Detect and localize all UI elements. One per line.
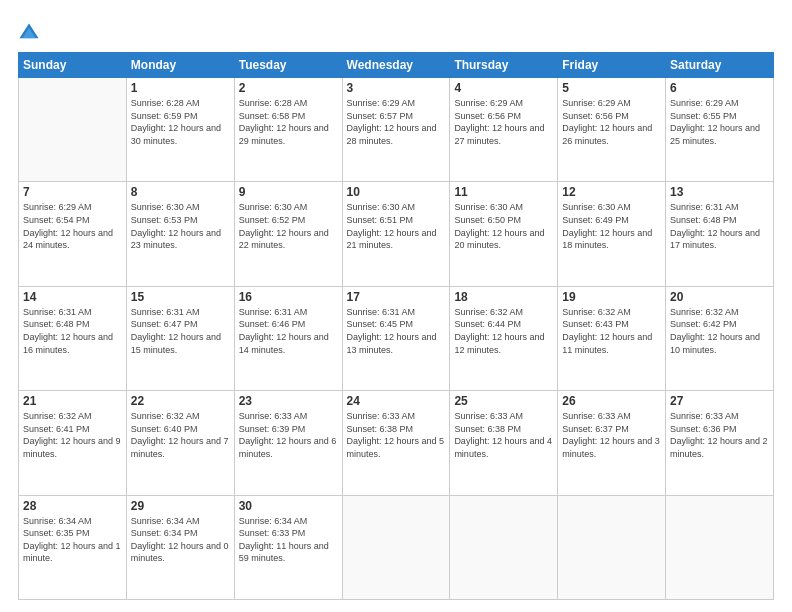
calendar-cell: 14Sunrise: 6:31 AMSunset: 6:48 PMDayligh… — [19, 286, 127, 390]
day-info: Sunrise: 6:33 AMSunset: 6:36 PMDaylight:… — [670, 410, 769, 460]
day-number: 27 — [670, 394, 769, 408]
calendar-cell: 28Sunrise: 6:34 AMSunset: 6:35 PMDayligh… — [19, 495, 127, 599]
day-info: Sunrise: 6:31 AMSunset: 6:48 PMDaylight:… — [23, 306, 122, 356]
day-info: Sunrise: 6:29 AMSunset: 6:57 PMDaylight:… — [347, 97, 446, 147]
day-info: Sunrise: 6:29 AMSunset: 6:56 PMDaylight:… — [562, 97, 661, 147]
calendar-cell: 4Sunrise: 6:29 AMSunset: 6:56 PMDaylight… — [450, 78, 558, 182]
day-number: 19 — [562, 290, 661, 304]
day-number: 23 — [239, 394, 338, 408]
calendar-cell: 18Sunrise: 6:32 AMSunset: 6:44 PMDayligh… — [450, 286, 558, 390]
day-number: 17 — [347, 290, 446, 304]
day-info: Sunrise: 6:28 AMSunset: 6:58 PMDaylight:… — [239, 97, 338, 147]
calendar-cell — [558, 495, 666, 599]
day-number: 11 — [454, 185, 553, 199]
day-header-thursday: Thursday — [450, 53, 558, 78]
day-info: Sunrise: 6:31 AMSunset: 6:48 PMDaylight:… — [670, 201, 769, 251]
day-number: 22 — [131, 394, 230, 408]
calendar-cell: 11Sunrise: 6:30 AMSunset: 6:50 PMDayligh… — [450, 182, 558, 286]
calendar-cell: 3Sunrise: 6:29 AMSunset: 6:57 PMDaylight… — [342, 78, 450, 182]
calendar-cell: 10Sunrise: 6:30 AMSunset: 6:51 PMDayligh… — [342, 182, 450, 286]
day-header-tuesday: Tuesday — [234, 53, 342, 78]
day-info: Sunrise: 6:30 AMSunset: 6:49 PMDaylight:… — [562, 201, 661, 251]
calendar-cell: 16Sunrise: 6:31 AMSunset: 6:46 PMDayligh… — [234, 286, 342, 390]
day-header-saturday: Saturday — [666, 53, 774, 78]
calendar-cell: 25Sunrise: 6:33 AMSunset: 6:38 PMDayligh… — [450, 391, 558, 495]
calendar-cell: 7Sunrise: 6:29 AMSunset: 6:54 PMDaylight… — [19, 182, 127, 286]
day-info: Sunrise: 6:30 AMSunset: 6:52 PMDaylight:… — [239, 201, 338, 251]
calendar-week-3: 21Sunrise: 6:32 AMSunset: 6:41 PMDayligh… — [19, 391, 774, 495]
day-number: 28 — [23, 499, 122, 513]
day-number: 6 — [670, 81, 769, 95]
day-number: 20 — [670, 290, 769, 304]
calendar-cell: 24Sunrise: 6:33 AMSunset: 6:38 PMDayligh… — [342, 391, 450, 495]
day-number: 18 — [454, 290, 553, 304]
day-info: Sunrise: 6:30 AMSunset: 6:50 PMDaylight:… — [454, 201, 553, 251]
calendar-cell: 17Sunrise: 6:31 AMSunset: 6:45 PMDayligh… — [342, 286, 450, 390]
day-info: Sunrise: 6:34 AMSunset: 6:33 PMDaylight:… — [239, 515, 338, 565]
calendar-cell: 6Sunrise: 6:29 AMSunset: 6:55 PMDaylight… — [666, 78, 774, 182]
day-number: 16 — [239, 290, 338, 304]
calendar-cell: 1Sunrise: 6:28 AMSunset: 6:59 PMDaylight… — [126, 78, 234, 182]
day-number: 30 — [239, 499, 338, 513]
day-header-friday: Friday — [558, 53, 666, 78]
calendar-cell: 26Sunrise: 6:33 AMSunset: 6:37 PMDayligh… — [558, 391, 666, 495]
calendar-cell: 9Sunrise: 6:30 AMSunset: 6:52 PMDaylight… — [234, 182, 342, 286]
day-info: Sunrise: 6:33 AMSunset: 6:37 PMDaylight:… — [562, 410, 661, 460]
day-number: 2 — [239, 81, 338, 95]
calendar-cell — [19, 78, 127, 182]
calendar-cell: 2Sunrise: 6:28 AMSunset: 6:58 PMDaylight… — [234, 78, 342, 182]
day-info: Sunrise: 6:32 AMSunset: 6:40 PMDaylight:… — [131, 410, 230, 460]
day-info: Sunrise: 6:28 AMSunset: 6:59 PMDaylight:… — [131, 97, 230, 147]
day-number: 15 — [131, 290, 230, 304]
day-info: Sunrise: 6:29 AMSunset: 6:55 PMDaylight:… — [670, 97, 769, 147]
calendar-cell: 8Sunrise: 6:30 AMSunset: 6:53 PMDaylight… — [126, 182, 234, 286]
day-info: Sunrise: 6:32 AMSunset: 6:42 PMDaylight:… — [670, 306, 769, 356]
day-number: 3 — [347, 81, 446, 95]
day-header-monday: Monday — [126, 53, 234, 78]
calendar-week-4: 28Sunrise: 6:34 AMSunset: 6:35 PMDayligh… — [19, 495, 774, 599]
logo — [18, 22, 44, 44]
calendar-cell — [450, 495, 558, 599]
day-info: Sunrise: 6:32 AMSunset: 6:41 PMDaylight:… — [23, 410, 122, 460]
day-number: 13 — [670, 185, 769, 199]
day-number: 8 — [131, 185, 230, 199]
day-number: 10 — [347, 185, 446, 199]
calendar-cell: 23Sunrise: 6:33 AMSunset: 6:39 PMDayligh… — [234, 391, 342, 495]
day-info: Sunrise: 6:33 AMSunset: 6:39 PMDaylight:… — [239, 410, 338, 460]
header — [18, 18, 774, 44]
calendar-cell: 19Sunrise: 6:32 AMSunset: 6:43 PMDayligh… — [558, 286, 666, 390]
day-info: Sunrise: 6:33 AMSunset: 6:38 PMDaylight:… — [347, 410, 446, 460]
day-number: 14 — [23, 290, 122, 304]
day-info: Sunrise: 6:29 AMSunset: 6:54 PMDaylight:… — [23, 201, 122, 251]
day-info: Sunrise: 6:31 AMSunset: 6:46 PMDaylight:… — [239, 306, 338, 356]
day-number: 9 — [239, 185, 338, 199]
calendar-table: SundayMondayTuesdayWednesdayThursdayFrid… — [18, 52, 774, 600]
calendar-cell — [342, 495, 450, 599]
day-number: 4 — [454, 81, 553, 95]
day-info: Sunrise: 6:29 AMSunset: 6:56 PMDaylight:… — [454, 97, 553, 147]
day-info: Sunrise: 6:30 AMSunset: 6:51 PMDaylight:… — [347, 201, 446, 251]
day-info: Sunrise: 6:33 AMSunset: 6:38 PMDaylight:… — [454, 410, 553, 460]
page: SundayMondayTuesdayWednesdayThursdayFrid… — [0, 0, 792, 612]
calendar-cell: 30Sunrise: 6:34 AMSunset: 6:33 PMDayligh… — [234, 495, 342, 599]
day-number: 7 — [23, 185, 122, 199]
day-header-wednesday: Wednesday — [342, 53, 450, 78]
day-number: 24 — [347, 394, 446, 408]
calendar-cell: 12Sunrise: 6:30 AMSunset: 6:49 PMDayligh… — [558, 182, 666, 286]
day-number: 25 — [454, 394, 553, 408]
calendar-cell: 29Sunrise: 6:34 AMSunset: 6:34 PMDayligh… — [126, 495, 234, 599]
calendar-cell: 22Sunrise: 6:32 AMSunset: 6:40 PMDayligh… — [126, 391, 234, 495]
calendar-cell: 27Sunrise: 6:33 AMSunset: 6:36 PMDayligh… — [666, 391, 774, 495]
day-info: Sunrise: 6:31 AMSunset: 6:45 PMDaylight:… — [347, 306, 446, 356]
day-info: Sunrise: 6:32 AMSunset: 6:43 PMDaylight:… — [562, 306, 661, 356]
day-number: 21 — [23, 394, 122, 408]
calendar-cell: 5Sunrise: 6:29 AMSunset: 6:56 PMDaylight… — [558, 78, 666, 182]
calendar-week-0: 1Sunrise: 6:28 AMSunset: 6:59 PMDaylight… — [19, 78, 774, 182]
calendar-cell — [666, 495, 774, 599]
calendar-cell: 20Sunrise: 6:32 AMSunset: 6:42 PMDayligh… — [666, 286, 774, 390]
day-info: Sunrise: 6:32 AMSunset: 6:44 PMDaylight:… — [454, 306, 553, 356]
day-info: Sunrise: 6:31 AMSunset: 6:47 PMDaylight:… — [131, 306, 230, 356]
day-info: Sunrise: 6:34 AMSunset: 6:34 PMDaylight:… — [131, 515, 230, 565]
day-info: Sunrise: 6:34 AMSunset: 6:35 PMDaylight:… — [23, 515, 122, 565]
day-info: Sunrise: 6:30 AMSunset: 6:53 PMDaylight:… — [131, 201, 230, 251]
